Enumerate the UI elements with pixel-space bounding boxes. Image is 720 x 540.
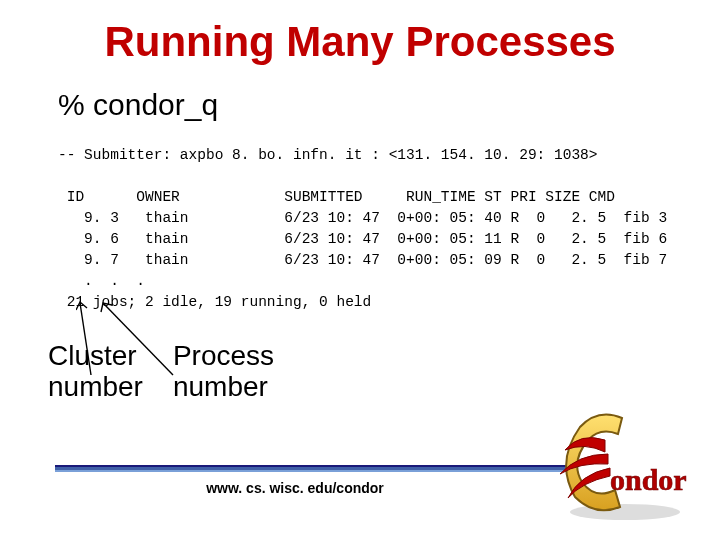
dots: . . . <box>58 273 145 289</box>
arrow-process <box>98 300 178 380</box>
svg-line-0 <box>80 303 91 375</box>
svg-line-1 <box>104 304 173 375</box>
table-header: ID OWNER SUBMITTED RUN_TIME ST PRI SIZE … <box>58 189 615 205</box>
svg-text:ondor: ondor <box>610 463 687 496</box>
footer-url: www. cs. wisc. edu/condor <box>0 480 590 496</box>
table-row: 9. 6 thain 6/23 10: 47 0+00: 05: 11 R 0 … <box>58 231 667 247</box>
terminal-output: -- Submitter: axpbo 8. bo. infn. it : <1… <box>58 124 720 313</box>
condor-logo: ondor <box>550 412 700 522</box>
table-row: 9. 7 thain 6/23 10: 47 0+00: 05: 09 R 0 … <box>58 252 667 268</box>
table-row: 9. 3 thain 6/23 10: 47 0+00: 05: 40 R 0 … <box>58 210 667 226</box>
command-line: % condor_q <box>58 88 720 122</box>
slide-title: Running Many Processes <box>0 18 720 66</box>
label-process: Process number <box>173 341 274 403</box>
divider <box>55 465 570 472</box>
submitter-line: -- Submitter: axpbo 8. bo. infn. it : <1… <box>58 147 598 163</box>
